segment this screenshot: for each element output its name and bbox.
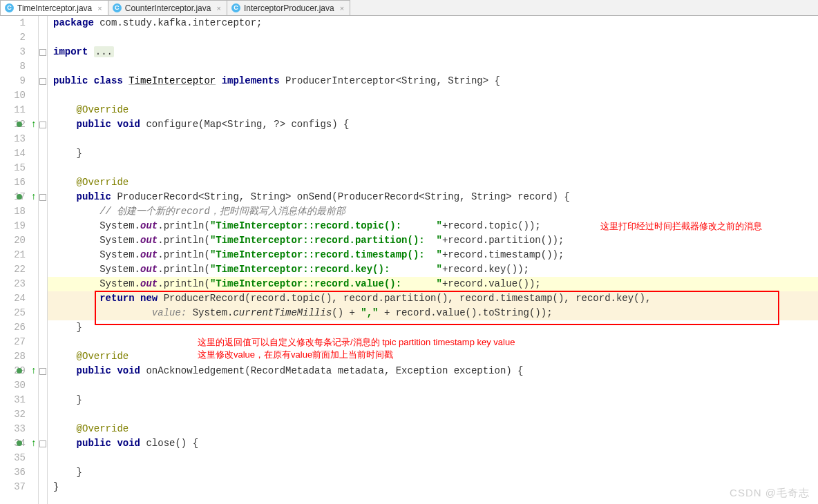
close-icon[interactable]: × bbox=[216, 4, 220, 12]
fold-expand-icon[interactable] bbox=[39, 45, 47, 59]
watermark: CSDN @毛奇志 bbox=[730, 487, 810, 500]
tab-counterinterceptor[interactable]: C CounterInterceptor.java × bbox=[108, 0, 227, 15]
line-number: 21 bbox=[0, 248, 38, 262]
line-number: 18 bbox=[0, 204, 38, 219]
editor-tabs: C TimeInterceptor.java × C CounterInterc… bbox=[0, 0, 818, 16]
line-number: 29 bbox=[0, 364, 38, 378]
fold-collapse-icon[interactable] bbox=[39, 364, 47, 378]
close-icon[interactable]: × bbox=[340, 4, 344, 12]
line-number: 8 bbox=[0, 59, 38, 74]
code-line bbox=[48, 88, 818, 103]
line-number: 9 bbox=[0, 74, 38, 88]
line-number: 13 bbox=[0, 132, 38, 146]
line-number: 24 bbox=[0, 291, 38, 306]
line-number: 22 bbox=[0, 262, 38, 277]
line-number: 20 bbox=[0, 233, 38, 248]
line-number: 28 bbox=[0, 349, 38, 364]
code-line: System.out.println("TimeInterceptor::rec… bbox=[48, 248, 818, 262]
fold-collapse-icon[interactable] bbox=[39, 117, 47, 132]
tab-timeinterceptor[interactable]: C TimeInterceptor.java × bbox=[0, 0, 108, 15]
line-number: 19 bbox=[0, 219, 38, 233]
line-number: 27 bbox=[0, 335, 38, 349]
line-number-gutter: 1 2 3 8 9 10 11 12 13 14 15 16 17 18 19 … bbox=[0, 16, 39, 504]
line-number: 17 bbox=[0, 190, 38, 204]
line-number: 3 bbox=[0, 45, 38, 59]
code-line: @Override bbox=[48, 175, 818, 190]
code-line: public void onAcknowledgement(RecordMeta… bbox=[48, 364, 818, 378]
line-number: 11 bbox=[0, 103, 38, 117]
code-line: } bbox=[48, 320, 818, 335]
line-number: 30 bbox=[0, 378, 38, 393]
java-class-icon: C bbox=[113, 3, 122, 12]
code-line: package com.study.kafka.interceptor; bbox=[48, 16, 818, 30]
line-number: 23 bbox=[0, 277, 38, 291]
code-line: import ... bbox=[48, 45, 818, 59]
fold-collapse-icon[interactable] bbox=[39, 74, 47, 88]
line-number: 16 bbox=[0, 175, 38, 190]
close-icon[interactable]: × bbox=[97, 4, 102, 12]
code-line: System.out.println("TimeInterceptor::rec… bbox=[48, 262, 818, 277]
code-line bbox=[48, 451, 818, 465]
tab-interceptorproducer[interactable]: C InterceptorProducer.java × bbox=[227, 0, 350, 15]
code-line: } bbox=[48, 480, 818, 494]
code-line bbox=[48, 59, 818, 74]
line-number: 10 bbox=[0, 88, 38, 103]
line-number: 14 bbox=[0, 146, 38, 161]
code-line bbox=[48, 378, 818, 393]
code-line: System.out.println("TimeInterceptor::rec… bbox=[48, 233, 818, 248]
code-line bbox=[48, 30, 818, 45]
line-number: 35 bbox=[0, 451, 38, 465]
code-line bbox=[48, 161, 818, 175]
code-line: @Override bbox=[48, 422, 818, 436]
line-number: 36 bbox=[0, 465, 38, 480]
line-number: 2 bbox=[0, 30, 38, 45]
code-line: public void configure(Map<String, ?> con… bbox=[48, 117, 818, 132]
code-line: // 创建一个新的record，把时间戳写入消息体的最前部 bbox=[48, 204, 818, 219]
line-number: 34 bbox=[0, 436, 38, 451]
code-line: } bbox=[48, 146, 818, 161]
code-line bbox=[48, 132, 818, 146]
code-line: @Override bbox=[48, 103, 818, 117]
code-line: public void close() { bbox=[48, 436, 818, 451]
tab-label: InterceptorProducer.java bbox=[244, 3, 334, 13]
code-line: } bbox=[48, 465, 818, 480]
fold-collapse-icon[interactable] bbox=[39, 190, 47, 204]
line-number: 32 bbox=[0, 407, 38, 422]
line-number: 37 bbox=[0, 480, 38, 494]
code-line: System.out.println("TimeInterceptor::rec… bbox=[48, 277, 818, 291]
code-line bbox=[48, 407, 818, 422]
code-line: @Override bbox=[48, 349, 818, 364]
line-number: 33 bbox=[0, 422, 38, 436]
java-class-icon: C bbox=[231, 3, 240, 12]
line-number: 25 bbox=[0, 306, 38, 320]
fold-gutter bbox=[39, 16, 48, 504]
code-editor[interactable]: 1 2 3 8 9 10 11 12 13 14 15 16 17 18 19 … bbox=[0, 16, 818, 504]
line-number: 1 bbox=[0, 16, 38, 30]
code-line: public ProducerRecord<String, String> on… bbox=[48, 190, 818, 204]
line-number: 15 bbox=[0, 161, 38, 175]
line-number: 12 bbox=[0, 117, 38, 132]
java-class-icon: C bbox=[5, 3, 14, 12]
tab-label: TimeInterceptor.java bbox=[17, 3, 92, 13]
code-line: return new ProducerRecord(record.topic()… bbox=[48, 291, 818, 306]
code-line: } bbox=[48, 393, 818, 407]
annotation-note-3: 这里修改value，在原有value前面加上当前时间戳 bbox=[198, 347, 393, 362]
annotation-note-1: 这里打印经过时间拦截器修改之前的消息 bbox=[600, 219, 762, 233]
line-number: 26 bbox=[0, 320, 38, 335]
fold-collapse-icon[interactable] bbox=[39, 436, 47, 451]
line-number: 31 bbox=[0, 393, 38, 407]
code-line: value: System.currentTimeMillis() + "," … bbox=[48, 306, 818, 320]
code-line: public class TimeInterceptor implements … bbox=[48, 74, 818, 88]
code-area[interactable]: package com.study.kafka.interceptor; imp… bbox=[48, 16, 818, 504]
tab-label: CounterInterceptor.java bbox=[125, 3, 211, 13]
